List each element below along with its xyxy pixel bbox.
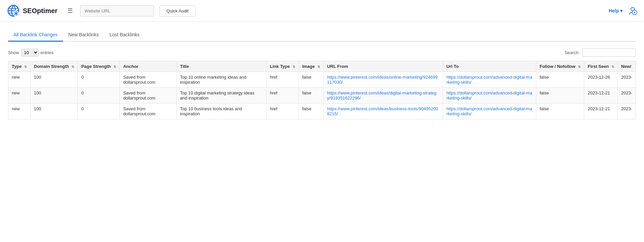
col-anchor: Anchor (120, 61, 177, 72)
tab-new-backlinks[interactable]: New Backlinks (63, 29, 104, 42)
col-new: New/ (618, 61, 636, 72)
cell-page-strength: 0 (78, 88, 120, 104)
cell-follow-nofollow: false (536, 104, 584, 119)
show-entries-area: Show 10 25 50 100 entries (8, 49, 54, 56)
cell-page-strength: 0 (78, 72, 120, 88)
hamburger-button[interactable]: ☰ (65, 5, 75, 16)
website-url-input[interactable] (80, 5, 154, 16)
cell-type: new (8, 104, 31, 119)
entries-label: entries (41, 50, 54, 55)
cell-link-type: href (266, 72, 299, 88)
sort-icon-linktype: ⇅ (292, 65, 295, 69)
sort-icon-follow: ⇅ (578, 65, 581, 69)
cell-type: new (8, 72, 31, 88)
cell-first-seen: 2023-12-21 (584, 88, 618, 104)
sort-icon-type: ⇅ (24, 65, 27, 69)
cell-domain-strength: 100 (31, 104, 78, 119)
col-link-type[interactable]: Link Type ⇅ (266, 61, 299, 72)
col-domain-strength[interactable]: Domain Strength ⇅ (31, 61, 78, 72)
sort-icon-firstseen: ⇅ (611, 65, 614, 69)
col-page-strength[interactable]: Page Strength ⇅ (78, 61, 120, 72)
col-image[interactable]: Image ⇅ (299, 61, 323, 72)
table-header: Type ⇅ Domain Strength ⇅ Page Strength ⇅… (8, 61, 636, 72)
cell-link-type: href (266, 104, 299, 119)
logo-icon (7, 4, 20, 17)
table-controls: Show 10 25 50 100 entries Search: (8, 48, 636, 57)
cell-url-to[interactable]: https://dollarsprout.com/advanced-digita… (443, 104, 536, 119)
search-input[interactable] (582, 48, 636, 57)
table-body: new 100 0 Saved from dollarsprout.com To… (8, 72, 636, 119)
cell-url-from[interactable]: https://www.pinterest.com/ideas/online-m… (324, 72, 443, 88)
cell-url-from[interactable]: https://www.pinterest.com/ideas/business… (324, 104, 443, 119)
main-content: All Backlink Changes New Backlinks Lost … (0, 22, 644, 126)
svg-point-2 (15, 12, 17, 14)
cell-anchor: Saved from dollarsprout.com (120, 104, 177, 119)
cell-image: false (299, 104, 323, 119)
col-type[interactable]: Type ⇅ (8, 61, 31, 72)
cell-anchor: Saved from dollarsprout.com (120, 88, 177, 104)
tab-lost-backlinks[interactable]: Lost Backlinks (104, 29, 145, 42)
logo-area: SEOptimer (7, 4, 57, 17)
cell-follow-nofollow: false (536, 88, 584, 104)
cell-image: false (299, 88, 323, 104)
col-follow-nofollow[interactable]: Follow / Nofollow ⇅ (536, 61, 584, 72)
user-icon: + (628, 6, 637, 15)
table-row: new 100 0 Saved from dollarsprout.com To… (8, 104, 636, 119)
quick-audit-button[interactable]: Quick Audit (159, 5, 196, 16)
col-url-to: Url To (443, 61, 536, 72)
cell-first-seen: 2023-12-21 (584, 104, 618, 119)
logo-text: SEOptimer (23, 7, 57, 15)
svg-text:+: + (634, 11, 636, 14)
cell-first-seen: 2023-12-26 (584, 72, 618, 88)
cell-image: false (299, 72, 323, 88)
show-label: Show (8, 50, 19, 55)
sort-icon-domain: ⇅ (71, 65, 74, 69)
header: SEOptimer ☰ Quick Audit Help ▾ + (0, 0, 644, 22)
cell-type: new (8, 88, 31, 104)
tab-all-backlink-changes[interactable]: All Backlink Changes (8, 29, 63, 42)
cell-domain-strength: 100 (31, 88, 78, 104)
cell-title: Top 10 online marketing ideas and inspir… (176, 72, 266, 88)
svg-rect-3 (16, 11, 16, 12)
tabs-container: All Backlink Changes New Backlinks Lost … (8, 29, 636, 42)
entries-select[interactable]: 10 25 50 100 (21, 49, 39, 56)
sort-icon-image: ⇅ (317, 65, 320, 69)
search-label: Search: (565, 50, 580, 55)
search-area: Search: (565, 48, 636, 57)
col-first-seen[interactable]: First Seen ⇅ (584, 61, 618, 72)
sort-icon-page: ⇅ (113, 65, 116, 69)
help-button[interactable]: Help ▾ (609, 8, 623, 13)
user-icon-button[interactable]: + (628, 6, 637, 16)
cell-domain-strength: 100 (31, 72, 78, 88)
svg-rect-7 (16, 15, 16, 16)
col-title: Title (176, 61, 266, 72)
backlinks-table: Type ⇅ Domain Strength ⇅ Page Strength ⇅… (8, 61, 636, 119)
cell-new: 2023- (618, 104, 636, 119)
cell-link-type: href (266, 88, 299, 104)
cell-title: Top 10 digital marketing strategy ideas … (176, 88, 266, 104)
table-row: new 100 0 Saved from dollarsprout.com To… (8, 88, 636, 104)
col-url-from: URL From (324, 61, 443, 72)
cell-new: 2023- (618, 72, 636, 88)
table-row: new 100 0 Saved from dollarsprout.com To… (8, 72, 636, 88)
cell-follow-nofollow: false (536, 72, 584, 88)
cell-page-strength: 0 (78, 104, 120, 119)
header-right: Help ▾ + (609, 6, 637, 16)
cell-url-from[interactable]: https://www.pinterest.com/ideas/digital-… (324, 88, 443, 104)
cell-new: 2023- (618, 88, 636, 104)
cell-url-to[interactable]: https://dollarsprout.com/advanced-digita… (443, 88, 536, 104)
cell-anchor: Saved from dollarsprout.com (120, 72, 177, 88)
cell-url-to[interactable]: https://dollarsprout.com/advanced-digita… (443, 72, 536, 88)
cell-title: Top 10 business tools ideas and inspirat… (176, 104, 266, 119)
